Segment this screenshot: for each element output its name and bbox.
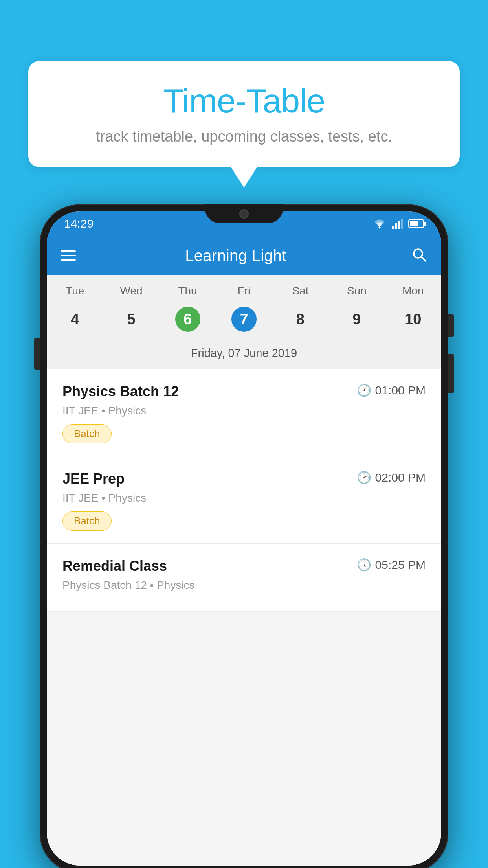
schedule-item-1-header: Physics Batch 12 🕐 01:00 PM xyxy=(62,383,426,400)
schedule-detail-3: Physics Batch 12 • Physics xyxy=(62,579,426,592)
signal-icon xyxy=(392,219,403,229)
wifi-icon xyxy=(373,219,386,229)
svg-rect-2 xyxy=(395,223,397,229)
status-time: 14:29 xyxy=(64,217,94,230)
schedule-detail-1: IIT JEE • Physics xyxy=(62,405,426,417)
phone-container: 14:29 xyxy=(40,204,448,868)
schedule-title-2: JEE Prep xyxy=(62,471,125,487)
day-9[interactable]: 9 xyxy=(328,302,385,337)
volume-down-button xyxy=(448,354,454,393)
schedule-item-2-header: JEE Prep 🕑 02:00 PM xyxy=(62,471,426,487)
day-headers: Tue Wed Thu Fri Sat Sun Mon xyxy=(47,285,441,297)
day-header-fri: Fri xyxy=(216,285,272,297)
day-header-tue: Tue xyxy=(47,285,103,297)
batch-tag-2: Batch xyxy=(62,511,112,531)
day-10[interactable]: 10 xyxy=(385,302,441,337)
schedule-time-3: 🕔 05:25 PM xyxy=(357,558,426,572)
app-title: Learning Light xyxy=(88,247,400,265)
day-5[interactable]: 5 xyxy=(103,302,159,337)
app-bar: Learning Light xyxy=(47,236,441,275)
hamburger-menu[interactable] xyxy=(61,250,76,261)
schedule-time-1: 🕐 01:00 PM xyxy=(357,383,426,397)
svg-rect-4 xyxy=(401,219,403,229)
selected-date-label: Friday, 07 June 2019 xyxy=(47,342,441,369)
clock-icon-1: 🕐 xyxy=(357,383,371,397)
day-4[interactable]: 4 xyxy=(47,302,103,337)
schedule-item-3[interactable]: Remedial Class 🕔 05:25 PM Physics Batch … xyxy=(47,544,441,612)
phone-outer: 14:29 xyxy=(40,204,448,868)
svg-rect-3 xyxy=(398,221,400,229)
bubble-title: Time-Table xyxy=(52,81,436,120)
svg-rect-1 xyxy=(392,226,394,229)
schedule-detail-2: IIT JEE • Physics xyxy=(62,492,426,504)
schedule-item-2[interactable]: JEE Prep 🕑 02:00 PM IIT JEE • Physics Ba… xyxy=(47,456,441,544)
search-button[interactable] xyxy=(411,247,427,264)
calendar-strip: Tue Wed Thu Fri Sat Sun Mon 4 5 6 7 xyxy=(47,275,441,369)
day-8[interactable]: 8 xyxy=(272,302,328,337)
volume-button xyxy=(34,338,40,370)
schedule-item-3-header: Remedial Class 🕔 05:25 PM xyxy=(62,558,426,574)
svg-line-6 xyxy=(421,257,426,261)
clock-icon-3: 🕔 xyxy=(357,558,371,572)
front-camera xyxy=(239,209,249,219)
phone-notch xyxy=(205,204,283,223)
speech-bubble: Time-Table track timetable, upcoming cla… xyxy=(28,61,460,167)
phone-screen: 14:29 xyxy=(47,211,441,866)
status-icons xyxy=(373,219,424,229)
day-header-thu: Thu xyxy=(160,285,216,297)
day-header-sat: Sat xyxy=(272,285,328,297)
schedule-title-1: Physics Batch 12 xyxy=(62,383,179,400)
day-header-sun: Sun xyxy=(328,285,385,297)
bubble-subtitle: track timetable, upcoming classes, tests… xyxy=(52,128,436,145)
day-header-wed: Wed xyxy=(103,285,159,297)
clock-icon-2: 🕑 xyxy=(357,471,371,484)
svg-point-0 xyxy=(379,227,381,229)
day-header-mon: Mon xyxy=(385,285,441,297)
battery-icon xyxy=(408,219,424,228)
schedule-list: Physics Batch 12 🕐 01:00 PM IIT JEE • Ph… xyxy=(47,369,441,612)
schedule-time-2: 🕑 02:00 PM xyxy=(357,471,426,484)
day-numbers: 4 5 6 7 8 9 10 xyxy=(47,302,441,337)
schedule-item-1[interactable]: Physics Batch 12 🕐 01:00 PM IIT JEE • Ph… xyxy=(47,369,441,456)
day-6[interactable]: 6 xyxy=(160,302,216,337)
power-button xyxy=(448,314,454,337)
batch-tag-1: Batch xyxy=(62,424,112,443)
day-7[interactable]: 7 xyxy=(216,302,272,337)
schedule-title-3: Remedial Class xyxy=(62,558,167,574)
